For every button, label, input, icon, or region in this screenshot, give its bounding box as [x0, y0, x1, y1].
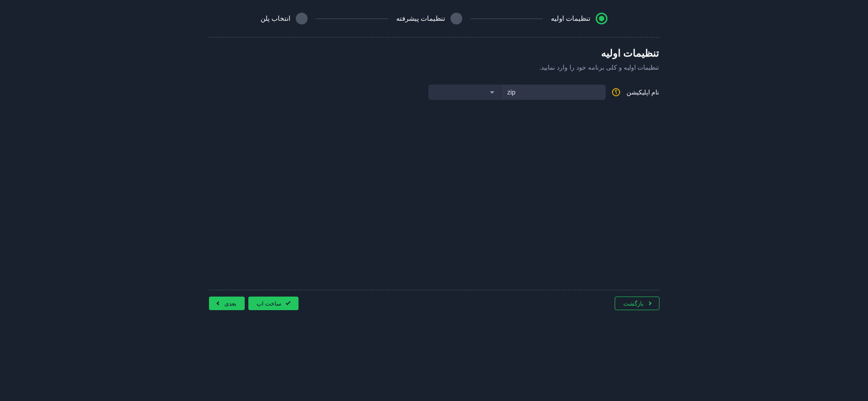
- chevron-left-icon: [216, 302, 220, 305]
- back-button[interactable]: بازگشت: [615, 297, 659, 310]
- chevron-down-icon: [490, 91, 494, 94]
- next-button[interactable]: بعدی: [209, 297, 245, 310]
- step-advanced-settings[interactable]: تنظیمات پیشرفته: [396, 13, 462, 24]
- step-indicator-icon: [451, 13, 462, 24]
- footer-actions: بازگشت ساخت اپ بعدی: [209, 297, 659, 310]
- form-row-app-name: نام اپلیکیشن ؟: [209, 85, 659, 100]
- step-indicator-active-icon: [596, 13, 607, 24]
- create-app-button[interactable]: ساخت اپ: [248, 297, 299, 310]
- footer-primary-actions: ساخت اپ بعدی: [209, 297, 299, 310]
- section-title: تنظیمات اولیه: [209, 47, 659, 59]
- content-panel: تنظیمات اولیه تنظیمات اولیه و کلی برنامه…: [209, 37, 659, 290]
- back-button-label: بازگشت: [623, 300, 644, 307]
- section-subtitle: تنظیمات اولیه و کلی برنامه خود را وارد ن…: [209, 64, 659, 71]
- step-label: تنظیمات پیشرفته: [396, 14, 445, 23]
- check-icon: [286, 300, 291, 305]
- step-plan-selection[interactable]: انتخاب پلن: [261, 13, 308, 24]
- step-initial-settings[interactable]: تنظیمات اولیه: [551, 13, 607, 24]
- app-name-label: نام اپلیکیشن: [626, 89, 659, 96]
- step-label: تنظیمات اولیه: [551, 14, 590, 23]
- step-indicator-icon: [296, 13, 308, 24]
- next-button-label: بعدی: [224, 300, 237, 307]
- step-label: انتخاب پلن: [261, 14, 290, 23]
- step-connector: [316, 19, 388, 19]
- step-connector: [470, 19, 543, 19]
- chevron-right-icon: [647, 302, 651, 305]
- app-name-input-group: [428, 85, 606, 100]
- stepper: تنظیمات اولیه تنظیمات پیشرفته انتخاب پلن: [261, 13, 608, 24]
- app-name-input[interactable]: [501, 85, 606, 100]
- type-select[interactable]: [428, 85, 501, 100]
- help-icon[interactable]: ؟: [612, 88, 620, 96]
- create-app-button-label: ساخت اپ: [256, 300, 282, 307]
